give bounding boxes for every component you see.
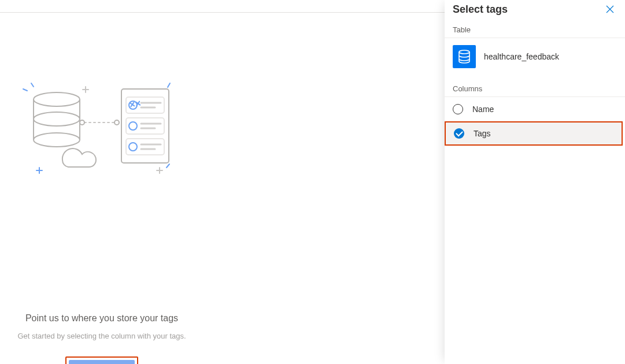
svg-line-1 [23, 89, 27, 91]
svg-line-24 [167, 164, 169, 168]
svg-point-6 [34, 133, 80, 147]
column-label: Tags [474, 129, 491, 138]
close-icon[interactable] [603, 2, 617, 16]
table-row: healthcare_feedback [445, 38, 625, 75]
select-tags-button-highlight: Select tags [65, 356, 138, 364]
panel-header: Select tags [445, 0, 625, 16]
empty-state-subline: Get started by selecting the column with… [0, 332, 204, 340]
radio-checked-icon [454, 128, 464, 139]
main-content: Point us to where you store your tags Ge… [0, 13, 445, 364]
svg-line-23 [168, 83, 170, 87]
column-option-tags[interactable]: Tags [445, 121, 623, 146]
empty-state-illustration [22, 82, 172, 174]
svg-point-4 [34, 92, 80, 106]
empty-state: Point us to where you store your tags Ge… [0, 180, 204, 364]
select-tags-button[interactable]: Select tags [69, 360, 135, 364]
svg-line-0 [31, 83, 34, 87]
top-border [0, 0, 445, 13]
select-tags-panel: Select tags Table healthcare_feedback Co… [445, 0, 625, 364]
panel-title: Select tags [453, 3, 508, 16]
table-name: healthcare_feedback [484, 52, 559, 61]
svg-point-8 [80, 120, 84, 125]
section-label-table: Table [445, 16, 625, 38]
database-icon [453, 45, 476, 68]
radio-unchecked-icon [453, 104, 463, 114]
column-option-name[interactable]: Name [445, 97, 625, 121]
svg-point-29 [459, 50, 469, 54]
column-label: Name [472, 105, 494, 114]
svg-point-9 [114, 120, 119, 125]
svg-point-5 [34, 112, 80, 126]
empty-state-headline: Point us to where you store your tags [0, 313, 204, 324]
section-label-columns: Columns [445, 75, 625, 97]
